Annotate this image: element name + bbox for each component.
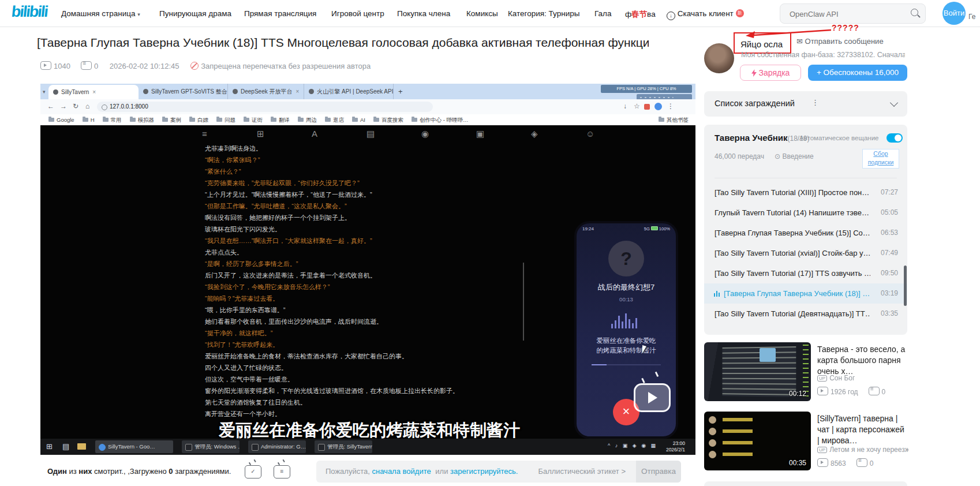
sillytavern-toolbar-icon[interactable]: ▣: [476, 129, 484, 139]
bookmark-item[interactable]: AI: [352, 114, 365, 125]
playlist-item[interactable]: [Таверна Глупая Таверна Учебник (18)] …0…: [704, 283, 907, 304]
chat-scrollbar[interactable]: [523, 263, 524, 341]
recommended-video-uploader[interactable]: UPЛетом я не хочу переезжать.: [817, 446, 908, 454]
download-icon[interactable]: ↓: [623, 102, 627, 110]
nav-category-tournaments[interactable]: Категория: Турниры: [508, 9, 579, 18]
browser-tab[interactable]: 火山引擎 API | DeepSeek API×: [304, 84, 394, 99]
bookmark-item[interactable]: 白嫖: [189, 114, 208, 125]
sillytavern-toolbar-icon[interactable]: ◉: [421, 129, 429, 139]
playlist-item[interactable]: Глупый Tavern Tutorial (14) Напишите тэв…: [704, 203, 907, 223]
nav-gala[interactable]: Гала: [594, 9, 611, 18]
playlist-item[interactable]: [Tao Silly Tavern Tutorial (xvial)] Стой…: [704, 243, 907, 263]
browser-menu-icon[interactable]: ⋮: [667, 102, 674, 110]
kebab-menu-icon[interactable]: ⋮: [811, 98, 819, 107]
bookmark-star-icon[interactable]: ☆: [634, 102, 640, 110]
forward-icon[interactable]: →: [60, 102, 67, 110]
login-link[interactable]: сначала войдите: [372, 467, 431, 476]
send-message-link[interactable]: ✉ Отправить сообщение: [796, 37, 884, 46]
browser-tab[interactable]: DeepSeek 开放平台×: [228, 84, 304, 99]
bookmark-item[interactable]: 问题: [216, 114, 235, 125]
bookmark-item[interactable]: 翻译: [271, 114, 290, 125]
bilibili-logo[interactable]: bilibili: [10, 3, 48, 21]
taskbar-clock[interactable]: 23:002026/2/1: [666, 440, 685, 453]
uploader-avatar[interactable]: [704, 43, 734, 73]
system-tray-icons[interactable]: ^ ♪ ▣ ◈ ◉ ▦: [608, 443, 657, 448]
home-icon[interactable]: ⌂: [85, 102, 89, 110]
nav-membership[interactable]: Покупка члена: [397, 9, 450, 18]
video-player[interactable]: ▾ SillyTavern× SillyTavern GPT-SoVITS 整合…: [40, 84, 695, 455]
bookmark-item[interactable]: 常用: [103, 114, 122, 125]
recommended-video-thumbnail[interactable]: 00:12: [704, 342, 811, 401]
playlist-scrollbar[interactable]: [904, 266, 907, 306]
login-button[interactable]: Войти: [942, 2, 966, 25]
nav-home[interactable]: Домашняя страница ▾: [61, 9, 140, 18]
url-field[interactable]: 127.0.0.1:8000: [97, 102, 433, 112]
sillytavern-toolbar-icon[interactable]: ≡: [202, 129, 207, 139]
bookmark-item[interactable]: Google: [48, 114, 74, 125]
sillytavern-toolbar-icon[interactable]: ⊞: [257, 129, 264, 139]
bookmark-item[interactable]: H: [83, 114, 95, 125]
tab-close-icon[interactable]: ×: [296, 88, 299, 95]
other-bookmarks[interactable]: 其他书签: [659, 114, 689, 125]
extension-icon[interactable]: [644, 104, 650, 110]
caller-avatar: ?: [608, 241, 644, 276]
taskbar-window-button[interactable]: Administrator: G…: [248, 440, 306, 453]
playlist-intro-link[interactable]: ⊙ Введение: [775, 152, 814, 160]
danmaku-list-icon[interactable]: ✓: [245, 465, 261, 478]
bookmark-item[interactable]: 逛店: [325, 114, 344, 125]
charge-button[interactable]: Зарядка: [740, 65, 801, 81]
file-explorer-icon[interactable]: [77, 443, 86, 450]
start-button-icon[interactable]: ⊞: [46, 442, 53, 451]
bookmark-item[interactable]: 案例: [162, 114, 181, 125]
taskbar-window-button[interactable]: SillyTavern - Goo…: [95, 440, 173, 453]
chevron-down-icon[interactable]: [890, 99, 898, 107]
nav-game-center[interactable]: Игровой центр: [331, 9, 384, 18]
autoplay-toggle[interactable]: [887, 133, 903, 143]
sillytavern-toolbar-icon[interactable]: ▤: [366, 129, 375, 139]
back-icon[interactable]: ←: [47, 102, 54, 110]
recommended-video-title[interactable]: [SillyTavern] таверна | чат | карта перс…: [817, 413, 908, 446]
bookmark-item[interactable]: 百度搜索: [373, 114, 403, 125]
bookmark-item[interactable]: 周边: [298, 114, 317, 125]
bookmark-item[interactable]: 创作中心 - 哔哩哔…: [412, 114, 468, 125]
register-link[interactable]: зарегистрируйтесь.: [450, 467, 518, 476]
sillytavern-toolbar-icon[interactable]: ◈: [531, 129, 538, 139]
profile-avatar-icon[interactable]: [654, 103, 662, 110]
danmaku-list-panel[interactable]: Список заграждений ⋮: [704, 91, 907, 117]
chat-line: “找到了！”尤菲欢呼起来。: [205, 339, 459, 350]
playlist-item[interactable]: [Tao Silly Tavern Tutorial (17)] TTS озв…: [704, 263, 907, 283]
search-box: [780, 3, 926, 24]
playlist-item[interactable]: [Tao Silly Tavern Tutorial (XIII)] Прост…: [704, 182, 907, 203]
collect-subscribe-button[interactable]: Сборподписки: [862, 149, 899, 169]
browser-tab[interactable]: SillyTavern×: [48, 85, 139, 99]
sillytavern-toolbar-icon[interactable]: A: [312, 129, 317, 139]
nav-comics[interactable]: Комиксы: [466, 9, 498, 18]
follow-button[interactable]: + Обеспокоены 16,000: [808, 65, 907, 81]
tab-close-icon[interactable]: ×: [92, 89, 96, 95]
playlist-item[interactable]: [Таверна Глупая Таверна Учебник (15)] Со…: [704, 223, 907, 243]
recommended-video-uploader[interactable]: UPСон Бог: [817, 374, 855, 382]
search-input[interactable]: [788, 7, 900, 21]
reload-icon[interactable]: ↻: [73, 102, 78, 110]
send-button[interactable]: Отправка: [636, 461, 681, 483]
taskbar-window-button[interactable]: 管理员: SillyTavern…: [315, 440, 372, 453]
danmaku-settings-icon[interactable]: ≡: [274, 465, 290, 478]
recommended-video-title[interactable]: Таверна - это весело, а карта большого п…: [817, 344, 908, 377]
recommended-video-thumbnail[interactable]: 00:35: [704, 412, 811, 470]
danmaku-input[interactable]: Пожалуйста, сначала войдите или зарегист…: [316, 461, 681, 483]
sillytavern-toolbar-icon[interactable]: ☺: [586, 129, 594, 139]
playlist-item[interactable]: [Tao Silly Tavern Tutorial (Девятнадцать…: [704, 304, 907, 324]
browser-tab[interactable]: SillyTavern GPT-SoVITS 整合×: [139, 84, 228, 99]
nav-festival[interactable]: ф春节ва: [625, 9, 656, 20]
nav-download-client[interactable]: ↓ Скачать клиент 新: [667, 9, 744, 20]
bookmark-item[interactable]: 模拟器: [130, 114, 155, 125]
bilibili-play-button[interactable]: [634, 383, 671, 412]
new-tab-button[interactable]: +: [398, 87, 403, 96]
nav-live[interactable]: Прямая трансляция: [244, 9, 316, 18]
search-icon[interactable]: [911, 9, 918, 16]
taskbar-search-icon[interactable]: ▤: [62, 442, 69, 451]
etiquette-link[interactable]: Баллистический этикет >: [538, 461, 626, 483]
bookmark-item[interactable]: 证街: [244, 114, 263, 125]
nav-drama[interactable]: Пунирующая драма: [159, 9, 231, 18]
taskbar-window-button[interactable]: 管理员: Windows …: [182, 440, 240, 453]
